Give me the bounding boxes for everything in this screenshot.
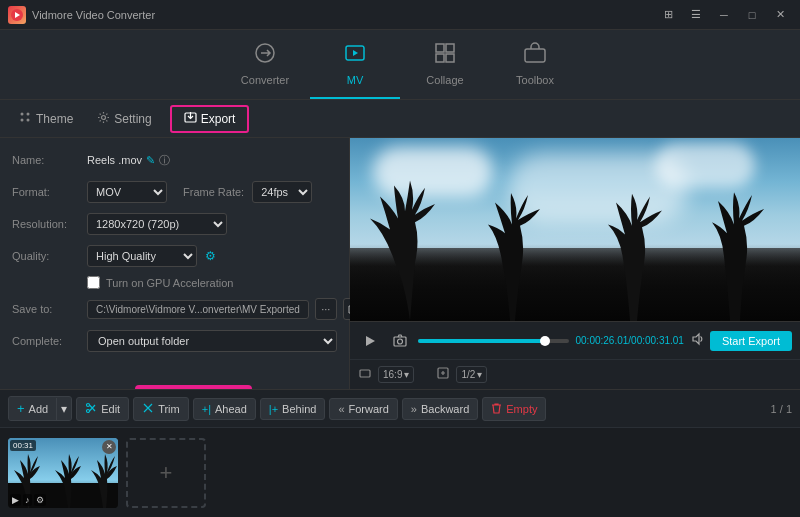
- timeline: ✕ 00:31 ▶ ♪ ⚙ +: [0, 427, 800, 517]
- maximize-button[interactable]: □: [740, 7, 764, 23]
- svg-point-17: [398, 339, 403, 344]
- ti-audio-icon: ♪: [23, 494, 32, 506]
- complete-select[interactable]: Open output folder Do nothing: [87, 330, 337, 352]
- titlebar-controls: ⊞ ☰ ─ □ ✕: [656, 7, 792, 23]
- progress-fill: [418, 339, 545, 343]
- saveto-more-btn[interactable]: ···: [315, 298, 337, 320]
- tab-collage-label: Collage: [426, 74, 463, 86]
- tab-mv[interactable]: MV: [310, 34, 400, 99]
- start-export-area: → Start Export: [12, 369, 337, 389]
- add-timeline-button[interactable]: +: [126, 438, 206, 508]
- titlebar-left: Vidmore Video Converter: [8, 6, 155, 24]
- gpu-label: Turn on GPU Acceleration: [106, 277, 233, 289]
- setting-icon: [97, 111, 110, 127]
- svg-point-10: [27, 113, 30, 116]
- tab-collage[interactable]: Collage: [400, 34, 490, 99]
- setting-tab[interactable]: Setting: [87, 107, 161, 131]
- backward-icon: »: [411, 403, 417, 415]
- tab-mv-label: MV: [347, 74, 364, 86]
- timeline-item-time: 00:31: [10, 440, 36, 451]
- format-select[interactable]: MOV MP4 AVI: [87, 181, 167, 203]
- svg-rect-4: [436, 44, 444, 52]
- snapshot-button[interactable]: [388, 329, 412, 353]
- page-select[interactable]: 1/2 ▾: [456, 366, 487, 383]
- info-icon[interactable]: ⓘ: [159, 153, 170, 168]
- form-area: Name: Reels .mov ✎ ⓘ Format: MOV MP4 A: [0, 138, 349, 389]
- trim-button[interactable]: Trim: [133, 397, 189, 421]
- add-dropdown-button[interactable]: ▾: [56, 398, 71, 420]
- svg-point-9: [21, 113, 24, 116]
- setting-label: Setting: [114, 112, 151, 126]
- svg-rect-8: [525, 49, 545, 62]
- edit-scissors-icon: [85, 402, 97, 416]
- saveto-path: C:\Vidmore\Vidmore V...onverter\MV Expor…: [87, 300, 309, 319]
- saveto-row: Save to: C:\Vidmore\Vidmore V...onverter…: [12, 297, 337, 321]
- toolbox-icon: [523, 41, 547, 70]
- quality-row: Quality: High Quality Standard Quality ⚙: [12, 244, 337, 268]
- edit-icon[interactable]: ✎: [146, 154, 155, 167]
- svg-point-13: [102, 115, 106, 119]
- svg-point-21: [87, 403, 90, 406]
- app-title: Vidmore Video Converter: [32, 9, 155, 21]
- quality-gear-icon[interactable]: ⚙: [205, 249, 216, 263]
- svg-point-11: [21, 119, 24, 122]
- resolution-select[interactable]: 1280x720 (720p) 1920x1080 (1080p): [87, 213, 227, 235]
- add-button[interactable]: + Add: [9, 397, 56, 420]
- close-button[interactable]: ✕: [768, 7, 792, 23]
- svg-rect-16: [394, 337, 406, 346]
- converter-icon: [253, 41, 277, 70]
- gpu-checkbox[interactable]: [87, 276, 100, 289]
- app-icon: [8, 6, 26, 24]
- page-icon: [436, 366, 450, 383]
- tab-toolbox[interactable]: Toolbox: [490, 34, 580, 99]
- framerate-label: Frame Rate:: [183, 186, 244, 198]
- right-panel: 00:00:26.01/00:00:31.01 Start Export 16:…: [350, 138, 800, 389]
- progress-bar[interactable]: [418, 339, 569, 343]
- video-start-export-button[interactable]: Start Export: [710, 331, 792, 351]
- theme-tab[interactable]: Theme: [8, 106, 83, 131]
- saveto-label: Save to:: [12, 303, 87, 315]
- video-controls2: 16:9 ▾ 1/2 ▾: [350, 359, 800, 389]
- behind-button[interactable]: |+ Behind: [260, 398, 326, 420]
- resolution-label: Resolution:: [12, 218, 87, 230]
- ahead-button[interactable]: +| Ahead: [193, 398, 256, 420]
- trim-icon: [142, 402, 154, 416]
- svg-rect-6: [436, 54, 444, 62]
- svg-marker-15: [366, 336, 375, 346]
- play-button[interactable]: [358, 329, 382, 353]
- forward-button[interactable]: « Forward: [329, 398, 397, 420]
- export-tab[interactable]: Export: [170, 105, 250, 133]
- export-icon: [184, 111, 197, 127]
- trash-icon: [491, 402, 502, 416]
- volume-icon[interactable]: [690, 332, 704, 349]
- grid-button[interactable]: ⊞: [656, 7, 680, 23]
- menu-button[interactable]: ☰: [684, 7, 708, 23]
- svg-point-22: [87, 409, 90, 412]
- ratio-select[interactable]: 16:9 ▾: [378, 366, 414, 383]
- edit-button[interactable]: Edit: [76, 397, 129, 421]
- format-row: Format: MOV MP4 AVI Frame Rate: 24fps 30…: [12, 180, 337, 204]
- quality-select[interactable]: High Quality Standard Quality: [87, 245, 197, 267]
- tab-toolbox-label: Toolbox: [516, 74, 554, 86]
- add-icon: +: [17, 401, 25, 416]
- theme-icon: [18, 110, 32, 127]
- video-bg: [350, 138, 800, 321]
- minimize-button[interactable]: ─: [712, 7, 736, 23]
- svg-point-12: [27, 119, 30, 122]
- timeline-item-controls: ▶ ♪ ⚙: [10, 494, 46, 506]
- titlebar: Vidmore Video Converter ⊞ ☰ ─ □ ✕: [0, 0, 800, 30]
- empty-button[interactable]: Empty: [482, 397, 546, 421]
- behind-icon: |+: [269, 403, 278, 415]
- ti-play-icon: ▶: [10, 494, 21, 506]
- resolution-row: Resolution: 1280x720 (720p) 1920x1080 (1…: [12, 212, 337, 236]
- progress-thumb: [540, 336, 550, 346]
- timeline-item[interactable]: ✕ 00:31 ▶ ♪ ⚙: [8, 438, 118, 508]
- backward-button[interactable]: » Backward: [402, 398, 478, 420]
- nav-tabs: Converter MV Collage Toolbox: [0, 30, 800, 100]
- framerate-select[interactable]: 24fps 30fps 60fps: [252, 181, 312, 203]
- svg-rect-7: [446, 54, 454, 62]
- timeline-item-close[interactable]: ✕: [102, 440, 116, 454]
- tab-converter[interactable]: Converter: [220, 34, 310, 99]
- video-preview: [350, 138, 800, 321]
- format-label: Format:: [12, 186, 87, 198]
